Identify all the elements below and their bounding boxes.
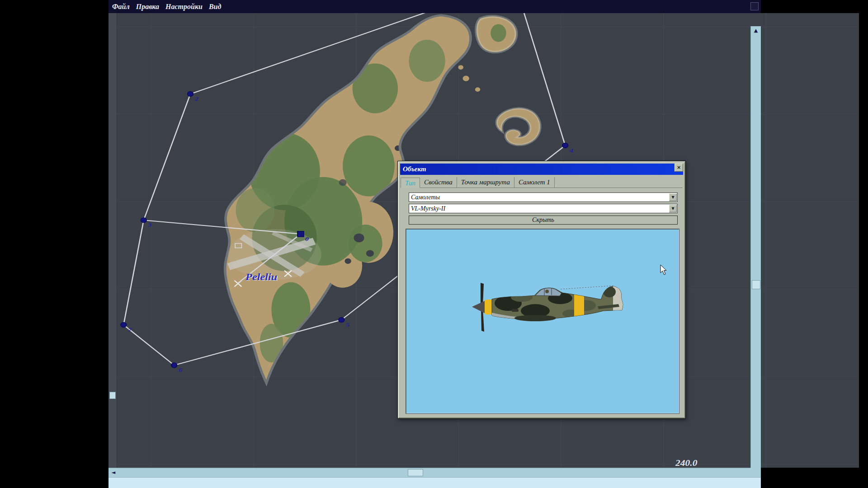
menu-view[interactable]: Вид bbox=[209, 3, 222, 11]
waypoint-6[interactable] bbox=[171, 363, 177, 368]
menu-file[interactable]: Файл bbox=[112, 3, 130, 11]
mouse-cursor-icon bbox=[660, 264, 668, 276]
object-category-select[interactable]: Самолеты ▼ bbox=[409, 192, 678, 202]
object-dialog[interactable]: Объект × Тип Свойства Точка маршрута Сам… bbox=[397, 161, 686, 419]
horizontal-scrollbar[interactable]: ◄ ► bbox=[108, 468, 761, 477]
tab-type[interactable]: Тип bbox=[401, 178, 420, 188]
tab-aircraft-1[interactable]: Самолет 1 bbox=[514, 177, 555, 188]
waypoint-label-5: 5 bbox=[346, 321, 349, 328]
waypoint-0[interactable] bbox=[297, 231, 304, 237]
tab-properties[interactable]: Свойства bbox=[420, 177, 457, 188]
menu-bar: Файл Правка Настройки Вид bbox=[108, 0, 761, 13]
waypoint-label-2: 2 bbox=[194, 95, 198, 102]
vertical-scroll-thumb[interactable] bbox=[752, 280, 760, 289]
dialog-title-bar[interactable]: Объект bbox=[400, 164, 683, 175]
vertical-scrollbar[interactable]: ▲ ▼ bbox=[750, 26, 761, 481]
mission-builder-window: Файл Правка Настройки Вид bbox=[108, 0, 761, 488]
waypoint-2[interactable] bbox=[188, 91, 193, 96]
hide-button[interactable]: Скрыть bbox=[409, 216, 678, 225]
window-badge-icon bbox=[750, 2, 759, 10]
waypoint-label-4: 4 bbox=[569, 147, 573, 154]
tab-waypoint[interactable]: Точка маршрута bbox=[457, 177, 514, 188]
waypoint-label-7: 7 bbox=[128, 326, 132, 333]
category-value: Самолеты bbox=[411, 193, 440, 202]
chevron-down-icon[interactable]: ▼ bbox=[669, 193, 677, 201]
aircraft-preview-panel bbox=[406, 229, 679, 413]
scrollbar-corner bbox=[750, 468, 761, 477]
splitter-handle[interactable] bbox=[109, 392, 116, 399]
aircraft-model-select[interactable]: VL-Myrsky-II ▼ bbox=[409, 204, 678, 213]
scroll-left-icon[interactable]: ◄ bbox=[109, 468, 118, 477]
menu-edit[interactable]: Правка bbox=[136, 3, 159, 11]
chevron-down-icon[interactable]: ▼ bbox=[669, 205, 677, 212]
aircraft-side-view bbox=[467, 278, 635, 337]
waypoint-7[interactable] bbox=[121, 322, 127, 327]
map-scale-value: 240.0 bbox=[675, 459, 697, 468]
dialog-title: Объект bbox=[403, 165, 426, 173]
waypoint-4[interactable] bbox=[562, 143, 568, 148]
status-bar bbox=[108, 477, 761, 488]
waypoint-5[interactable] bbox=[339, 317, 344, 322]
left-splitter[interactable] bbox=[108, 13, 117, 468]
waypoint-label-6: 6 bbox=[179, 366, 183, 373]
horizontal-scroll-thumb[interactable] bbox=[408, 469, 423, 476]
waypoint-label-0: 0 bbox=[305, 235, 309, 242]
waypoint-3[interactable] bbox=[141, 218, 146, 223]
scroll-up-icon[interactable]: ▲ bbox=[751, 27, 761, 34]
island-label: Peleliu bbox=[245, 272, 277, 282]
close-icon[interactable]: × bbox=[675, 164, 683, 172]
model-value: VL-Myrsky-II bbox=[411, 204, 445, 213]
dialog-tabs: Тип Свойства Точка маршрута Самолет 1 bbox=[401, 177, 683, 188]
menu-settings[interactable]: Настройки bbox=[165, 3, 203, 11]
waypoint-label-3: 3 bbox=[148, 221, 152, 228]
